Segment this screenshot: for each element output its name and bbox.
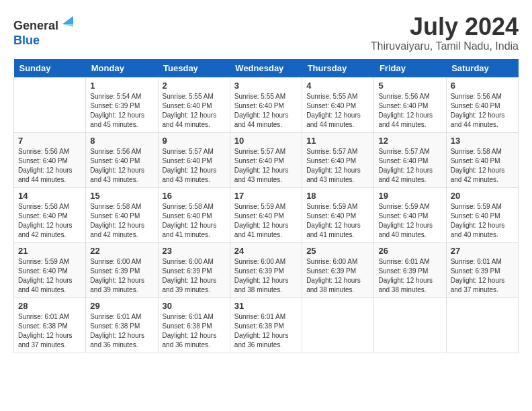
day-number: 22 xyxy=(90,246,153,256)
day-info: Sunrise: 5:55 AM Sunset: 6:40 PM Dayligh… xyxy=(163,92,226,130)
calendar-table: SundayMondayTuesdayWednesdayThursdayFrid… xyxy=(13,59,519,353)
day-number: 15 xyxy=(90,191,153,201)
logo-blue: Blue xyxy=(13,34,40,47)
day-info: Sunrise: 5:58 AM Sunset: 6:40 PM Dayligh… xyxy=(90,202,153,240)
day-info: Sunrise: 5:56 AM Sunset: 6:40 PM Dayligh… xyxy=(18,147,81,185)
day-number: 4 xyxy=(306,81,369,91)
day-number: 27 xyxy=(451,246,514,256)
day-number: 24 xyxy=(234,246,298,256)
calendar-cell: 26Sunrise: 6:01 AM Sunset: 6:39 PM Dayli… xyxy=(374,242,446,298)
col-header-wednesday: Wednesday xyxy=(230,59,302,78)
day-number: 10 xyxy=(234,136,298,146)
calendar-cell xyxy=(14,77,86,132)
calendar-cell: 9Sunrise: 5:57 AM Sunset: 6:40 PM Daylig… xyxy=(158,132,230,187)
day-number: 17 xyxy=(234,191,298,201)
calendar-cell: 15Sunrise: 5:58 AM Sunset: 6:40 PM Dayli… xyxy=(86,187,158,242)
calendar-cell: 31Sunrise: 6:01 AM Sunset: 6:38 PM Dayli… xyxy=(230,298,302,353)
day-info: Sunrise: 5:59 AM Sunset: 6:40 PM Dayligh… xyxy=(451,202,514,240)
calendar-cell: 14Sunrise: 5:58 AM Sunset: 6:40 PM Dayli… xyxy=(14,187,86,242)
day-number: 2 xyxy=(163,81,226,91)
calendar-cell: 23Sunrise: 6:00 AM Sunset: 6:39 PM Dayli… xyxy=(158,242,230,298)
calendar-subtitle: Thiruvaiyaru, Tamil Nadu, India xyxy=(371,40,519,52)
calendar-cell: 25Sunrise: 6:00 AM Sunset: 6:39 PM Dayli… xyxy=(302,242,374,298)
col-header-thursday: Thursday xyxy=(302,59,374,78)
day-info: Sunrise: 5:57 AM Sunset: 6:40 PM Dayligh… xyxy=(378,147,441,185)
day-info: Sunrise: 6:01 AM Sunset: 6:39 PM Dayligh… xyxy=(451,257,514,295)
day-info: Sunrise: 6:01 AM Sunset: 6:39 PM Dayligh… xyxy=(378,257,441,295)
day-info: Sunrise: 6:01 AM Sunset: 6:38 PM Dayligh… xyxy=(234,312,298,350)
day-number: 29 xyxy=(90,301,153,311)
day-number: 18 xyxy=(306,191,369,201)
day-info: Sunrise: 5:59 AM Sunset: 6:40 PM Dayligh… xyxy=(306,202,369,240)
day-info: Sunrise: 5:56 AM Sunset: 6:40 PM Dayligh… xyxy=(90,147,153,185)
title-area: July 2024 Thiruvaiyaru, Tamil Nadu, Indi… xyxy=(371,13,519,52)
day-info: Sunrise: 5:58 AM Sunset: 6:40 PM Dayligh… xyxy=(163,202,226,240)
day-number: 7 xyxy=(18,136,81,146)
calendar-cell: 20Sunrise: 5:59 AM Sunset: 6:40 PM Dayli… xyxy=(446,187,518,242)
calendar-title: July 2024 xyxy=(371,13,519,40)
day-info: Sunrise: 6:01 AM Sunset: 6:38 PM Dayligh… xyxy=(163,312,226,350)
calendar-cell: 24Sunrise: 6:00 AM Sunset: 6:39 PM Dayli… xyxy=(230,242,302,298)
day-info: Sunrise: 6:01 AM Sunset: 6:38 PM Dayligh… xyxy=(18,312,81,350)
day-info: Sunrise: 6:00 AM Sunset: 6:39 PM Dayligh… xyxy=(306,257,369,295)
day-info: Sunrise: 5:59 AM Sunset: 6:40 PM Dayligh… xyxy=(378,202,441,240)
day-number: 25 xyxy=(306,246,369,256)
calendar-cell: 30Sunrise: 6:01 AM Sunset: 6:38 PM Dayli… xyxy=(158,298,230,353)
calendar-cell: 29Sunrise: 6:01 AM Sunset: 6:38 PM Dayli… xyxy=(86,298,158,353)
calendar-cell: 21Sunrise: 5:59 AM Sunset: 6:40 PM Dayli… xyxy=(14,242,86,298)
day-number: 13 xyxy=(451,136,514,146)
col-header-friday: Friday xyxy=(374,59,446,78)
calendar-cell: 13Sunrise: 5:58 AM Sunset: 6:40 PM Dayli… xyxy=(446,132,518,187)
day-number: 14 xyxy=(18,191,81,201)
logo-icon xyxy=(60,13,76,30)
calendar-cell xyxy=(302,298,374,353)
week-row-4: 21Sunrise: 5:59 AM Sunset: 6:40 PM Dayli… xyxy=(14,242,519,298)
calendar-cell: 11Sunrise: 5:57 AM Sunset: 6:40 PM Dayli… xyxy=(302,132,374,187)
col-header-sunday: Sunday xyxy=(14,59,86,78)
week-row-2: 7Sunrise: 5:56 AM Sunset: 6:40 PM Daylig… xyxy=(14,132,519,187)
day-number: 31 xyxy=(234,301,298,311)
svg-marker-1 xyxy=(62,16,73,27)
day-number: 11 xyxy=(306,136,369,146)
day-number: 23 xyxy=(163,246,226,256)
week-row-3: 14Sunrise: 5:58 AM Sunset: 6:40 PM Dayli… xyxy=(14,187,519,242)
day-number: 19 xyxy=(378,191,441,201)
calendar-cell: 10Sunrise: 5:57 AM Sunset: 6:40 PM Dayli… xyxy=(230,132,302,187)
day-number: 9 xyxy=(163,136,226,146)
col-header-tuesday: Tuesday xyxy=(158,59,230,78)
day-info: Sunrise: 5:54 AM Sunset: 6:39 PM Dayligh… xyxy=(90,92,153,130)
calendar-cell: 19Sunrise: 5:59 AM Sunset: 6:40 PM Dayli… xyxy=(374,187,446,242)
day-number: 16 xyxy=(163,191,226,201)
day-number: 21 xyxy=(18,246,81,256)
day-info: Sunrise: 5:57 AM Sunset: 6:40 PM Dayligh… xyxy=(163,147,226,185)
calendar-cell: 7Sunrise: 5:56 AM Sunset: 6:40 PM Daylig… xyxy=(14,132,86,187)
day-number: 30 xyxy=(163,301,226,311)
day-info: Sunrise: 5:58 AM Sunset: 6:40 PM Dayligh… xyxy=(451,147,514,185)
day-info: Sunrise: 5:55 AM Sunset: 6:40 PM Dayligh… xyxy=(306,92,369,130)
logo: General Blue xyxy=(13,13,76,48)
calendar-cell: 27Sunrise: 6:01 AM Sunset: 6:39 PM Dayli… xyxy=(446,242,518,298)
calendar-cell: 6Sunrise: 5:56 AM Sunset: 6:40 PM Daylig… xyxy=(446,77,518,132)
week-row-1: 1Sunrise: 5:54 AM Sunset: 6:39 PM Daylig… xyxy=(14,77,519,132)
day-number: 3 xyxy=(234,81,298,91)
col-header-saturday: Saturday xyxy=(446,59,518,78)
day-info: Sunrise: 5:55 AM Sunset: 6:40 PM Dayligh… xyxy=(234,92,298,130)
calendar-cell: 12Sunrise: 5:57 AM Sunset: 6:40 PM Dayli… xyxy=(374,132,446,187)
calendar-cell: 1Sunrise: 5:54 AM Sunset: 6:39 PM Daylig… xyxy=(86,77,158,132)
day-info: Sunrise: 6:00 AM Sunset: 6:39 PM Dayligh… xyxy=(90,257,153,295)
day-number: 26 xyxy=(378,246,441,256)
day-info: Sunrise: 5:57 AM Sunset: 6:40 PM Dayligh… xyxy=(306,147,369,185)
day-info: Sunrise: 6:00 AM Sunset: 6:39 PM Dayligh… xyxy=(234,257,298,295)
day-number: 12 xyxy=(378,136,441,146)
day-info: Sunrise: 5:59 AM Sunset: 6:40 PM Dayligh… xyxy=(18,257,81,295)
day-info: Sunrise: 5:56 AM Sunset: 6:40 PM Dayligh… xyxy=(451,92,514,130)
day-info: Sunrise: 5:58 AM Sunset: 6:40 PM Dayligh… xyxy=(18,202,81,240)
calendar-cell: 28Sunrise: 6:01 AM Sunset: 6:38 PM Dayli… xyxy=(14,298,86,353)
header-row: SundayMondayTuesdayWednesdayThursdayFrid… xyxy=(14,59,519,78)
calendar-cell: 3Sunrise: 5:55 AM Sunset: 6:40 PM Daylig… xyxy=(230,77,302,132)
day-number: 28 xyxy=(18,301,81,311)
calendar-cell xyxy=(446,298,518,353)
day-info: Sunrise: 6:00 AM Sunset: 6:39 PM Dayligh… xyxy=(163,257,226,295)
calendar-cell: 17Sunrise: 5:59 AM Sunset: 6:40 PM Dayli… xyxy=(230,187,302,242)
calendar-cell: 5Sunrise: 5:56 AM Sunset: 6:40 PM Daylig… xyxy=(374,77,446,132)
